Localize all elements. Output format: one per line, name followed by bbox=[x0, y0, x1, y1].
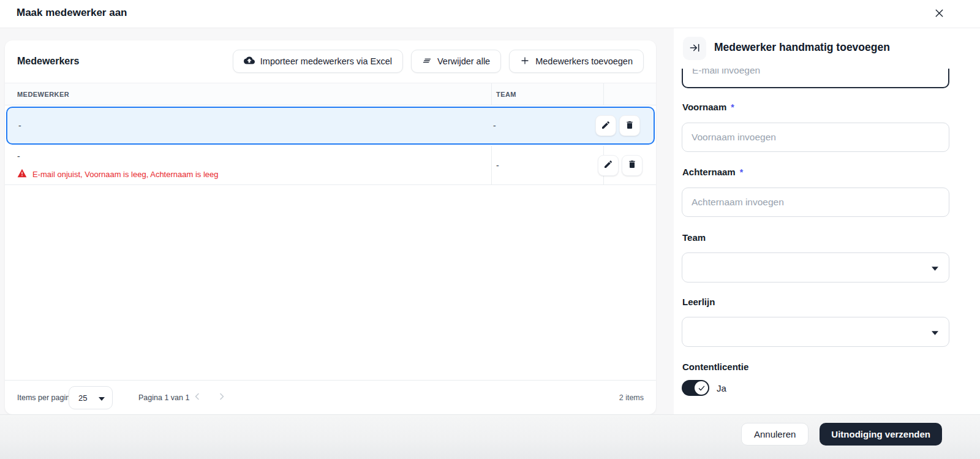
modal-header: Maak medewerker aan bbox=[0, 0, 980, 28]
table-row-error[interactable]: - E-mail onjuist, Voornaam is leeg, Acht… bbox=[5, 146, 656, 185]
last-name-label-text: Achternaam bbox=[682, 167, 736, 177]
footer-actions: Annuleren Uitnodiging verzenden bbox=[741, 423, 942, 446]
warning-icon bbox=[17, 169, 27, 180]
row1-employee-value: - bbox=[18, 121, 21, 131]
row2-team-cell: - bbox=[492, 146, 604, 184]
create-employee-modal: Maak medewerker aan Medewerkers Importee… bbox=[0, 0, 980, 459]
plus-icon bbox=[520, 56, 530, 67]
panel-header: Medewerker handmatig toevoegen bbox=[674, 28, 980, 69]
table-header: MEDEWERKER TEAM bbox=[5, 83, 656, 105]
row1-edit-button[interactable] bbox=[595, 115, 616, 136]
close-button[interactable] bbox=[929, 4, 949, 24]
employees-card: Medewerkers Importeer medewerkers via Ex… bbox=[5, 40, 656, 414]
row1-team-value: - bbox=[493, 121, 496, 131]
row2-team-value: - bbox=[496, 161, 499, 170]
cancel-button[interactable]: Annuleren bbox=[741, 423, 809, 446]
column-header-team: TEAM bbox=[492, 83, 604, 105]
manual-add-panel: Medewerker handmatig toevoegen Voornaam*… bbox=[674, 28, 980, 414]
total-items-count: 2 items bbox=[619, 393, 644, 402]
clear-all-icon bbox=[422, 56, 432, 67]
cloud-upload-icon bbox=[244, 56, 255, 67]
arrow-to-bar-icon bbox=[688, 42, 701, 56]
row2-error-line: E-mail onjuist, Voornaam is leeg, Achter… bbox=[17, 169, 219, 180]
toggle-knob bbox=[695, 381, 708, 395]
column-header-medewerker: MEDEWERKER bbox=[5, 83, 492, 105]
close-icon bbox=[933, 7, 945, 21]
chevron-down-icon bbox=[932, 327, 938, 338]
delete-all-button[interactable]: Verwijder alle bbox=[411, 50, 501, 73]
items-per-page-value: 25 bbox=[78, 393, 87, 403]
chevron-left-icon bbox=[192, 392, 202, 403]
first-name-label: Voornaam* bbox=[682, 102, 734, 112]
page-info: Pagina 1 van 1 bbox=[138, 393, 189, 402]
team-label: Team bbox=[682, 232, 706, 243]
pagination-bar: Items per pagina 25 Pagina 1 van 1 2 ite… bbox=[5, 380, 656, 414]
items-per-page-label: Items per pagina bbox=[17, 393, 74, 402]
add-employees-button[interactable]: Medewerkers toevoegen bbox=[509, 50, 644, 73]
checkmark-icon bbox=[698, 382, 705, 393]
previous-page-button[interactable] bbox=[189, 389, 206, 406]
required-asterisk: * bbox=[731, 102, 734, 112]
pencil-icon bbox=[603, 159, 613, 171]
row2-edit-button[interactable] bbox=[598, 155, 619, 176]
add-employees-label: Medewerkers toevoegen bbox=[535, 56, 633, 66]
row2-employee-cell: - E-mail onjuist, Voornaam is leeg, Acht… bbox=[5, 146, 492, 184]
next-page-button[interactable] bbox=[213, 389, 230, 406]
trash-icon bbox=[627, 159, 637, 171]
delete-all-label: Verwijder alle bbox=[437, 56, 490, 66]
required-asterisk: * bbox=[740, 167, 743, 177]
chevron-down-icon bbox=[99, 392, 105, 403]
employees-card-actions: Importeer medewerkers via Excel Verwijde… bbox=[233, 50, 644, 73]
modal-footer: Annuleren Uitnodiging verzenden bbox=[0, 414, 980, 459]
items-per-page-select[interactable]: 25 bbox=[69, 386, 113, 409]
row1-actions bbox=[595, 115, 640, 136]
send-invitation-button[interactable]: Uitnodiging verzenden bbox=[820, 423, 942, 446]
modal-title: Maak medewerker aan bbox=[17, 7, 127, 19]
content-license-label: Contentlicentie bbox=[682, 362, 748, 372]
content-license-toggle[interactable] bbox=[682, 380, 709, 396]
import-excel-button[interactable]: Importeer medewerkers via Excel bbox=[233, 50, 403, 73]
learning-line-select[interactable] bbox=[682, 317, 949, 347]
pencil-icon bbox=[601, 120, 611, 132]
chevron-down-icon bbox=[932, 262, 938, 273]
collapse-panel-button[interactable] bbox=[683, 37, 706, 60]
last-name-label: Achternaam* bbox=[682, 167, 743, 177]
trash-icon bbox=[625, 120, 635, 132]
team-select[interactable] bbox=[682, 252, 949, 283]
table-row-selected[interactable]: - - bbox=[6, 107, 655, 145]
row2-error-text: E-mail onjuist, Voornaam is leeg, Achter… bbox=[32, 170, 219, 179]
chevron-right-icon bbox=[217, 392, 227, 403]
first-name-label-text: Voornaam bbox=[682, 102, 726, 112]
panel-title: Medewerker handmatig toevoegen bbox=[714, 41, 890, 54]
row1-delete-button[interactable] bbox=[619, 115, 640, 136]
employees-card-title: Medewerkers bbox=[17, 56, 79, 67]
content-license-row: Ja bbox=[682, 380, 726, 396]
last-name-field[interactable] bbox=[682, 188, 949, 217]
row2-employee-value: - bbox=[17, 151, 20, 161]
learning-line-label: Leerlijn bbox=[682, 297, 715, 307]
row2-delete-button[interactable] bbox=[622, 155, 643, 176]
first-name-field[interactable] bbox=[682, 123, 949, 152]
import-excel-label: Importeer medewerkers via Excel bbox=[260, 56, 392, 66]
row2-actions bbox=[598, 155, 643, 176]
content-license-value: Ja bbox=[717, 383, 726, 393]
